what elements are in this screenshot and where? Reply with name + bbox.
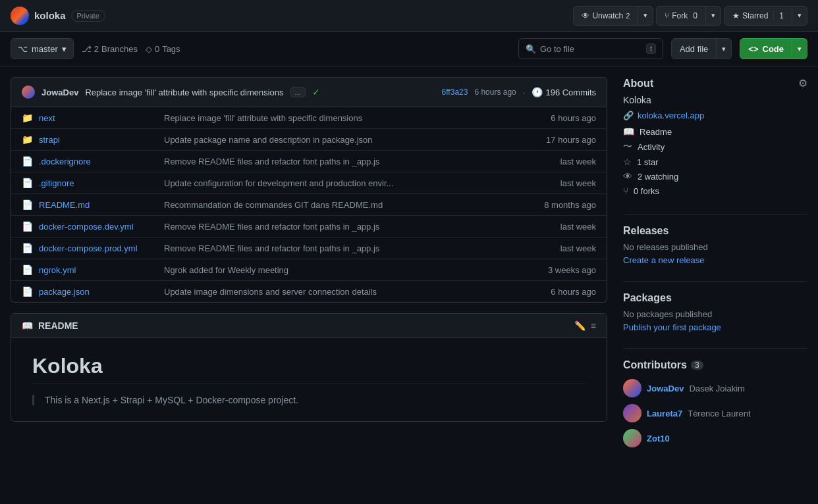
file-name[interactable]: docker-compose.prod.yml <box>39 243 157 253</box>
private-badge: Private <box>71 10 105 22</box>
sidebar-forks-item[interactable]: ⑂ 0 forks <box>623 184 807 198</box>
commits-link[interactable]: 🕐 196 Commits <box>532 87 596 97</box>
commit-hash[interactable]: 6ff3a23 <box>442 88 468 97</box>
table-row[interactable]: 📄 README.md Recommandation de commandes … <box>11 194 607 216</box>
table-row[interactable]: 📄 docker-compose.prod.yml Remove README … <box>11 238 607 259</box>
file-commit-msg: Update configuration for development and… <box>164 178 554 188</box>
star-dropdown[interactable]: ▾ <box>792 6 807 26</box>
file-icon: 📄 <box>22 178 32 188</box>
readme-edit-icon[interactable]: ✏️ <box>574 320 586 331</box>
no-packages-text: No packages published <box>623 309 807 319</box>
table-row[interactable]: 📁 next Replace image 'fill' attribute wi… <box>11 107 607 129</box>
contributors-title: Contributors <box>623 359 687 371</box>
contributors-count: 3 <box>691 361 703 370</box>
koloka-logo-icon <box>11 7 29 25</box>
file-commit-msg: Remove README files and refactor font pa… <box>164 222 554 232</box>
table-row[interactable]: 📄 .gitignore Update configuration for de… <box>11 172 607 194</box>
sidebar-repo-name: Koloka <box>623 95 807 105</box>
commit-meta-badge[interactable]: ... <box>290 87 306 97</box>
file-icon: 📄 <box>22 265 32 275</box>
commit-author-name[interactable]: JowaDev <box>41 88 78 97</box>
sidebar-stars-item[interactable]: ☆ 1 star <box>623 155 807 169</box>
tags-link[interactable]: ◇ 0 Tags <box>146 44 180 54</box>
fork-button[interactable]: ⑂ Fork 0 <box>656 6 706 26</box>
no-releases-text: No releases published <box>623 242 807 252</box>
code-button[interactable]: <> Code <box>740 38 792 59</box>
file-name[interactable]: package.json <box>39 287 157 297</box>
sidebar-about: About ⚙ Koloka 🔗 koloka.vercel.app 📖 Rea… <box>623 77 807 198</box>
sidebar-activity-item[interactable]: 〜 Activity <box>623 139 807 155</box>
file-commit-msg: Update image dimensions and server conne… <box>164 287 544 297</box>
fork-dropdown[interactable]: ▾ <box>706 6 721 26</box>
add-file-dropdown[interactable]: ▾ <box>717 38 732 59</box>
sidebar-readme-item[interactable]: 📖 Readme <box>623 124 807 139</box>
sidebar-divider-3 <box>623 348 807 349</box>
code-brackets-icon: <> <box>748 44 758 54</box>
file-name[interactable]: docker-compose.dev.yml <box>39 222 157 232</box>
file-icon: 📄 <box>22 221 32 232</box>
contributor-item[interactable]: Zot10 <box>623 429 807 447</box>
sidebar-watching-item[interactable]: 👁 2 watching <box>623 169 807 184</box>
search-bar[interactable]: 🔍 Go to file t <box>518 38 663 59</box>
file-table: 📁 next Replace image 'fill' attribute wi… <box>11 107 607 303</box>
contributors-list: JowaDev Dasek Joiakim Laureta7 Térence L… <box>623 379 807 447</box>
about-title: About <box>623 78 653 89</box>
file-name[interactable]: next <box>39 113 157 123</box>
file-time: 6 hours ago <box>551 113 596 123</box>
add-file-button[interactable]: Add file <box>671 38 717 59</box>
file-icon: 📄 <box>22 286 32 297</box>
releases-title: Releases <box>623 225 807 237</box>
file-name[interactable]: README.md <box>39 200 157 210</box>
contributor-username[interactable]: Laureta7 <box>647 409 682 418</box>
readme-content: Koloka This is a Next.js + Strapi + MySQ… <box>11 338 607 421</box>
code-dropdown[interactable]: ▾ <box>792 38 807 59</box>
fork-icon: ⑂ <box>665 11 669 20</box>
gear-icon[interactable]: ⚙ <box>798 77 807 89</box>
contributor-fullname: Térence Laurent <box>688 409 750 418</box>
folder-icon: 📁 <box>22 134 32 145</box>
file-name[interactable]: .gitignore <box>39 178 157 188</box>
repo-website-link[interactable]: 🔗 koloka.vercel.app <box>623 111 807 120</box>
branches-link[interactable]: ⎇ 2 Branches <box>82 44 138 54</box>
contributor-username[interactable]: JowaDev <box>647 384 684 393</box>
contributor-username[interactable]: Zot10 <box>647 434 670 443</box>
branch-chevron-icon: ▾ <box>62 44 67 54</box>
star-count: 1 <box>773 11 784 20</box>
readme-title: README <box>38 320 78 331</box>
unwatch-button[interactable]: 👁 Unwatch 2 <box>573 6 638 26</box>
contributor-item[interactable]: JowaDev Dasek Joiakim <box>623 379 807 397</box>
table-row[interactable]: 📁 strapi Update package name and descrip… <box>11 129 607 151</box>
file-commit-msg: Remove README files and refactor font pa… <box>164 243 554 253</box>
file-name[interactable]: strapi <box>39 135 157 145</box>
search-kbd: t <box>646 43 656 54</box>
table-row[interactable]: 📄 ngrok.yml Ngrok added for Weekly meeti… <box>11 259 607 281</box>
table-row[interactable]: 📄 docker-compose.dev.yml Remove README f… <box>11 216 607 238</box>
contributor-item[interactable]: Laureta7 Térence Laurent <box>623 404 807 422</box>
table-row[interactable]: 📄 package.json Update image dimensions a… <box>11 281 607 302</box>
eye-icon: 👁 <box>582 11 589 20</box>
create-release-link[interactable]: Create a new release <box>623 255 705 265</box>
file-name[interactable]: ngrok.yml <box>39 265 157 275</box>
contributor-avatar <box>623 379 641 397</box>
star-button[interactable]: ★ Starred 1 <box>724 6 792 26</box>
file-name[interactable]: .dockerignore <box>39 157 157 166</box>
readme-heading: Koloka <box>32 354 586 384</box>
table-row[interactable]: 📄 .dockerignore Remove README files and … <box>11 151 607 172</box>
file-icon: 📄 <box>22 156 32 166</box>
branch-selector[interactable]: ⌥ master ▾ <box>11 38 74 59</box>
readme-actions: ✏️ ≡ <box>574 320 596 331</box>
readme-header: 📖 README ✏️ ≡ <box>11 314 607 338</box>
add-file-group: Add file ▾ <box>671 38 732 59</box>
file-time: last week <box>560 178 596 188</box>
nav-logo: koloka Private <box>11 7 105 25</box>
unwatch-dropdown[interactable]: ▾ <box>638 6 653 26</box>
file-icon: 📄 <box>22 243 32 253</box>
search-icon: 🔍 <box>526 44 536 54</box>
eye-outline-icon: 👁 <box>623 171 632 182</box>
file-time: last week <box>560 243 596 253</box>
readme-list-icon[interactable]: ≡ <box>591 320 596 331</box>
publish-package-link[interactable]: Publish your first package <box>623 322 721 332</box>
unwatch-count: 2 <box>626 6 630 26</box>
book-icon: 📖 <box>623 126 634 137</box>
contributor-avatar <box>623 429 641 447</box>
